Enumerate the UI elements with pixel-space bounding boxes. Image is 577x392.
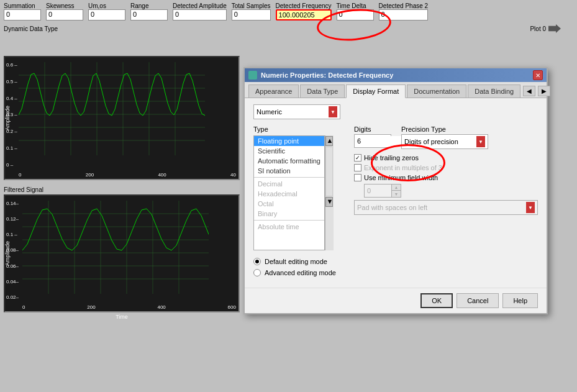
advanced-editing-mode-row: Advanced editing mode — [253, 269, 538, 276]
chart2-x-axis-title: Time — [116, 314, 128, 320]
min-field-increment-button[interactable]: ▲ — [392, 185, 401, 191]
use-min-field-width-label: Use minimum field width — [364, 174, 438, 181]
tab-nav-next-button[interactable]: ▶ — [538, 86, 550, 96]
use-min-field-width-checkbox[interactable] — [354, 174, 361, 181]
default-editing-mode-label: Default editing mode — [265, 258, 327, 265]
min-field-decrement-button[interactable]: ▼ — [392, 191, 401, 197]
detected-amplitude-value: 0 — [173, 9, 227, 21]
min-field-spinner[interactable]: 0 ▲ ▼ — [364, 184, 401, 198]
summation-value: 0 — [4, 9, 41, 21]
min-field-width-section: 0 ▲ ▼ Pad with spaces on left ▼ — [354, 184, 538, 215]
pad-spaces-arrow-icon: ▼ — [526, 202, 535, 213]
dialog-titlebar: Numeric Properties: Detected Frequency ✕ — [245, 68, 547, 82]
tab-data-binding[interactable]: Data Binding — [468, 84, 520, 98]
tab-display-format[interactable]: Display Format — [346, 84, 406, 98]
type-list-scrollbar[interactable]: ▲ ▼ — [325, 135, 334, 250]
type-floating-point[interactable]: Floating point — [254, 136, 324, 146]
min-field-value: 0 — [365, 186, 391, 196]
exponent-multiples-label: Exponent in multiples of 3 — [364, 164, 442, 171]
digits-precision-row: Digits ▲ ▼ Precision Type Digits of — [354, 125, 538, 149]
dynamic-bar: Dynamic Data Type Plot 0 — [0, 23, 577, 34]
plot-label: Plot 0 — [530, 25, 546, 32]
skewness-value: 0 — [46, 9, 83, 21]
options-section: Digits ▲ ▼ Precision Type Digits of — [354, 125, 538, 250]
time-delta-label: Time Delta — [337, 2, 374, 9]
editing-mode-section: Default editing mode Advanced editing mo… — [253, 250, 538, 281]
hide-trailing-zeros-label: Hide trailing zeros — [364, 154, 419, 162]
dialog-close-button[interactable]: ✕ — [533, 70, 543, 80]
chart2-title: Filtered Signal — [4, 186, 240, 193]
umos-label: Um,os — [88, 2, 125, 9]
type-label: Type — [253, 125, 347, 133]
type-si-notation[interactable]: SI notation — [254, 166, 324, 176]
measurement-range: Range 0 — [130, 2, 168, 21]
help-button[interactable]: Help — [502, 293, 538, 308]
checkmark-icon: ✓ — [355, 155, 360, 161]
chart2-y-axis-title: Amplitude — [4, 241, 11, 266]
range-label: Range — [130, 2, 168, 9]
measurement-detected-frequency: Detected Frequency 100.000205 — [276, 2, 332, 21]
type-list[interactable]: Floating point Scientific Automatic form… — [253, 135, 325, 250]
format-type-select[interactable]: Numeric ▼ — [253, 104, 340, 119]
digits-label: Digits — [354, 125, 391, 133]
tab-nav-prev-button[interactable]: ◀ — [523, 86, 535, 96]
detected-frequency-value: 100.000205 — [276, 9, 332, 21]
ok-button[interactable]: OK — [420, 293, 453, 308]
precision-type-arrow-icon: ▼ — [476, 136, 485, 147]
precision-type-select[interactable]: Digits of precision ▼ — [401, 134, 488, 149]
hide-trailing-zeros-row: ✓ Hide trailing zeros — [354, 154, 538, 162]
type-automatic-formatting[interactable]: Automatic formatting — [254, 156, 324, 166]
tab-documentation[interactable]: Documentation — [407, 84, 466, 98]
dialog-title: Numeric Properties: Detected Frequency — [261, 71, 529, 79]
plot-arrow-icon — [548, 24, 561, 33]
skewness-label: Skewness — [46, 2, 83, 9]
summation-label: Summation — [4, 2, 41, 9]
plot-indicator: Plot 0 — [530, 24, 561, 33]
pad-spaces-label: Pad with spaces on left — [357, 204, 427, 211]
min-field-spinner-buttons: ▲ ▼ — [391, 185, 401, 197]
measurement-skewness: Skewness 0 — [46, 2, 83, 21]
tab-appearance[interactable]: Appearance — [248, 84, 299, 98]
digits-spinner[interactable]: ▲ ▼ — [354, 134, 391, 148]
type-list-wrapper: Floating point Scientific Automatic form… — [253, 135, 347, 250]
type-hexadecimal: Hexadecimal — [254, 189, 324, 199]
content-row: Type Floating point Scientific Automatic… — [253, 125, 538, 250]
umos-value: 0 — [88, 9, 125, 21]
detected-phase-value: 0 — [379, 9, 429, 21]
chart1-svg — [19, 62, 205, 155]
type-octal: Octal — [254, 199, 324, 209]
precision-type-label: Precision Type — [401, 125, 488, 133]
total-samples-label: Total Samples — [232, 2, 271, 9]
digits-field-group: Digits ▲ ▼ — [354, 125, 391, 149]
format-type-value: Numeric — [257, 108, 282, 116]
format-type-row: Numeric ▼ — [253, 104, 538, 119]
exponent-multiples-row: Exponent in multiples of 3 — [354, 164, 538, 171]
tab-bar: Appearance Data Type Display Format Docu… — [245, 82, 547, 98]
default-editing-mode-radio[interactable] — [253, 258, 261, 265]
cancel-button[interactable]: Cancel — [457, 293, 499, 308]
dynamic-data-type-label: Dynamic Data Type — [4, 25, 58, 32]
measurement-time-delta: Time Delta 0 — [337, 2, 374, 21]
measurement-total-samples: Total Samples 0 — [232, 2, 271, 21]
precision-type-value: Digits of precision — [404, 138, 458, 145]
measurement-detected-amplitude: Detected Amplitude 0 — [173, 2, 227, 21]
measurement-umos: Um,os 0 — [88, 2, 125, 21]
hide-trailing-zeros-checkbox[interactable]: ✓ — [354, 154, 361, 162]
pad-spaces-select[interactable]: Pad with spaces on left ▼ — [354, 200, 538, 215]
exponent-multiples-checkbox — [354, 164, 361, 171]
tab-data-type[interactable]: Data Type — [300, 84, 345, 98]
type-binary: Binary — [254, 209, 324, 219]
default-editing-mode-row: Default editing mode — [253, 258, 538, 265]
use-min-field-width-row: Use minimum field width — [354, 174, 538, 181]
type-scientific[interactable]: Scientific — [254, 146, 324, 156]
detected-phase-label: Detected Phase 2 — [379, 2, 429, 9]
measurement-detected-phase: Detected Phase 2 0 — [379, 2, 429, 21]
advanced-editing-mode-radio[interactable] — [253, 269, 261, 276]
dialog-app-icon — [248, 71, 257, 80]
top-measurement-bar: Summation 0 Skewness 0 Um,os 0 Range 0 D… — [0, 0, 577, 23]
format-type-arrow-icon: ▼ — [329, 106, 337, 117]
type-absolute-time: Absolute time — [254, 222, 324, 232]
type-decimal: Decimal — [254, 179, 324, 189]
total-samples-value: 0 — [232, 9, 271, 21]
dialog-footer: OK Cancel Help — [245, 288, 547, 313]
